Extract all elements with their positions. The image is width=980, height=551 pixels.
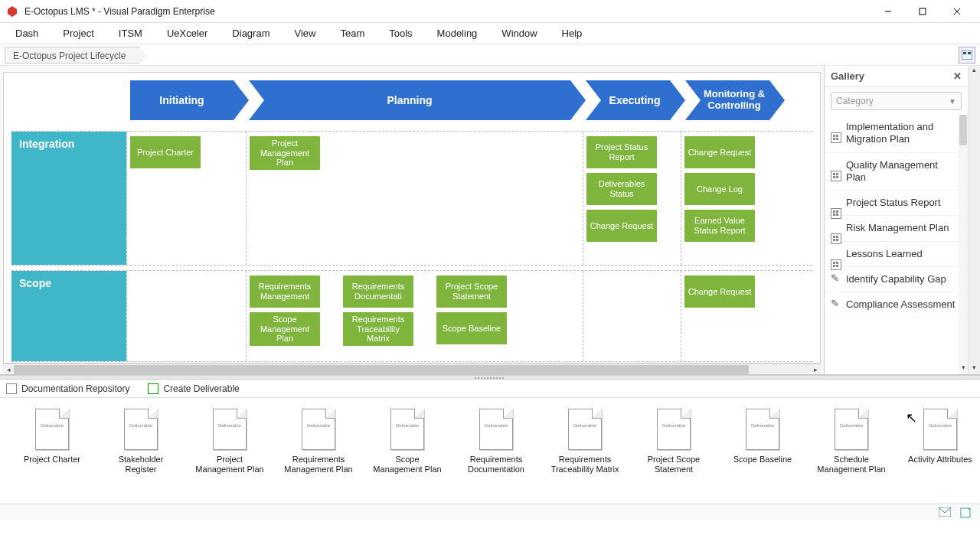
gallery-item[interactable]: Risk Management Plan [825, 216, 968, 241]
phase-monitoring-controlling[interactable]: Monitoring & Controlling [685, 80, 769, 120]
card-change-request-scope[interactable]: Change Request [684, 276, 755, 308]
deliverable-item[interactable]: DeliverableScope Baseline [726, 409, 799, 493]
lifecycle-canvas[interactable]: Initiating Planning Executing Monitoring… [3, 72, 821, 364]
card-requirements-traceability-matrix[interactable]: Requirements Traceability Matrix [343, 312, 413, 346]
gallery-item[interactable]: Project Status Report [825, 191, 968, 216]
view-switcher-icon[interactable] [959, 47, 975, 64]
note-icon[interactable] [960, 507, 972, 518]
gallery-item[interactable]: Lessons Learned [825, 242, 968, 267]
deliverable-item[interactable]: DeliverableScope Management Plan [371, 409, 444, 493]
window-maximize-button[interactable] [905, 1, 939, 22]
window-minimize-button[interactable] [871, 1, 905, 22]
gallery-vertical-scrollbar[interactable]: ▾ [959, 115, 968, 374]
phase-header-row: Initiating Planning Executing Monitoring… [130, 80, 812, 120]
gallery-panel: Gallery ✕ Category ▼ Implementation and … [824, 66, 968, 374]
deliverable-item[interactable]: DeliverableRequirements Traceability Mat… [548, 409, 622, 493]
cell-integration-planning: Project Management Plan [246, 132, 583, 265]
template-icon [831, 171, 841, 181]
card-project-management-plan[interactable]: Project Management Plan [250, 136, 320, 170]
phase-initiating[interactable]: Initiating [130, 80, 234, 120]
menu-view[interactable]: View [282, 24, 328, 42]
svg-rect-7 [968, 52, 971, 54]
scroll-right-arrow-icon[interactable]: ▸ [810, 364, 821, 374]
row-label-integration[interactable]: Integration [11, 132, 126, 265]
gallery-header: Gallery ✕ [825, 66, 968, 87]
card-project-charter[interactable]: Project Charter [130, 136, 201, 168]
card-earned-value-status-report[interactable]: Earned Value Status Report [684, 210, 755, 242]
window-title: E-Octopus LMS * - Visual Paradigm Enterp… [24, 6, 871, 17]
cell-integration-initiating: Project Charter [126, 132, 246, 265]
card-scope-management-plan[interactable]: Scope Management Plan [250, 312, 320, 346]
svg-marker-0 [8, 6, 17, 17]
create-deliverable-icon [148, 383, 158, 394]
scroll-thumb[interactable] [14, 365, 749, 374]
deliverable-item[interactable]: DeliverableRequirements Documentation [459, 409, 533, 493]
scroll-down-arrow-icon[interactable]: ▾ [959, 364, 968, 374]
document-icon: Deliverable [124, 409, 158, 450]
window-close-button[interactable] [939, 1, 974, 22]
row-integration: Integration Project Charter Project Mana… [11, 131, 812, 266]
svg-rect-5 [962, 51, 972, 60]
deliverable-item[interactable]: DeliverableProject Scope Statement [637, 409, 710, 493]
card-change-log[interactable]: Change Log [684, 173, 755, 205]
card-requirements-management[interactable]: Requirements Management [250, 276, 320, 308]
menu-team[interactable]: Team [328, 24, 377, 42]
card-scope-baseline[interactable]: Scope Baseline [436, 312, 507, 344]
tab-documentation-repository[interactable]: Documentation Repository [6, 383, 129, 394]
card-change-request-exec[interactable]: Change Request [586, 210, 657, 242]
card-deliverables-status[interactable]: Deliverables Status [586, 173, 657, 205]
action-icon [831, 274, 841, 285]
gallery-item[interactable]: Implementation and Migration Plan [825, 115, 968, 153]
gallery-item[interactable]: Quality Management Plan [825, 153, 968, 191]
scroll-up-arrow-icon[interactable]: ▴ [969, 66, 980, 77]
deliverable-item[interactable]: DeliverableActivity Attributes [903, 409, 977, 493]
gallery-item[interactable]: Compliance Assessment [825, 292, 968, 318]
menu-itsm[interactable]: ITSM [106, 24, 155, 42]
document-icon: Deliverable [35, 409, 69, 450]
mail-icon[interactable] [939, 507, 951, 518]
menu-modeling[interactable]: Modeling [425, 24, 490, 42]
document-icon: Deliverable [390, 409, 424, 450]
scroll-left-arrow-icon[interactable]: ◂ [3, 364, 14, 374]
menu-help[interactable]: Help [550, 24, 595, 42]
status-bar [0, 504, 980, 520]
card-requirements-documentation[interactable]: Requirements Documentati [343, 276, 413, 308]
card-change-request-mon[interactable]: Change Request [684, 136, 755, 168]
menu-tools[interactable]: Tools [377, 24, 424, 42]
row-scope: Scope Requirements Management Scope Mana… [11, 270, 812, 362]
tab-create-deliverable[interactable]: Create Deliverable [148, 383, 239, 394]
template-icon [831, 132, 841, 143]
breadcrumb-item[interactable]: E-Octopus Project Lifecycle [5, 47, 140, 64]
menu-uexceler[interactable]: UeXceler [155, 24, 220, 42]
gallery-close-icon[interactable]: ✕ [953, 70, 962, 82]
menu-dash[interactable]: Dash [3, 24, 51, 42]
deliverable-item[interactable]: DeliverableStakeholder Register [104, 409, 178, 493]
scroll-thumb[interactable] [959, 115, 967, 145]
card-project-status-report[interactable]: Project Status Report [586, 136, 657, 168]
menu-diagram[interactable]: Diagram [220, 24, 282, 42]
cell-integration-executing: Project Status Report Deliverables Statu… [583, 132, 681, 265]
menu-project[interactable]: Project [51, 24, 106, 42]
workspace-vertical-scrollbar[interactable]: ▴ ▾ [968, 66, 980, 374]
gallery-item[interactable]: Identify Capability Gap [825, 267, 968, 292]
scroll-down-arrow-icon[interactable]: ▾ [969, 364, 980, 374]
document-icon: Deliverable [835, 409, 868, 450]
phase-executing[interactable]: Executing [586, 80, 670, 120]
menu-window[interactable]: Window [489, 24, 549, 42]
document-icon: Deliverable [479, 409, 513, 450]
row-label-scope[interactable]: Scope [11, 271, 126, 361]
document-icon: Deliverable [746, 409, 779, 450]
menu-bar: Dash Project ITSM UeXceler Diagram View … [0, 23, 980, 44]
deliverable-item[interactable]: DeliverableProject Management Plan [193, 409, 266, 493]
deliverables-panel: DeliverableProject Charter DeliverableSt… [0, 398, 980, 504]
gallery-category-select[interactable]: Category ▼ [831, 92, 962, 110]
cell-scope-planning: Requirements Management Scope Management… [246, 271, 583, 361]
phase-planning[interactable]: Planning [249, 80, 570, 120]
svg-rect-6 [963, 52, 966, 54]
canvas-horizontal-scrollbar[interactable]: ◂ ▸ [3, 364, 821, 374]
gallery-list: Implementation and Migration Plan Qualit… [825, 115, 968, 374]
deliverable-item[interactable]: DeliverableSchedule Management Plan [815, 409, 888, 493]
deliverable-item[interactable]: DeliverableRequirements Management Plan [282, 409, 355, 493]
card-project-scope-statement[interactable]: Project Scope Statement [436, 276, 507, 308]
deliverable-item[interactable]: DeliverableProject Charter [15, 409, 89, 493]
